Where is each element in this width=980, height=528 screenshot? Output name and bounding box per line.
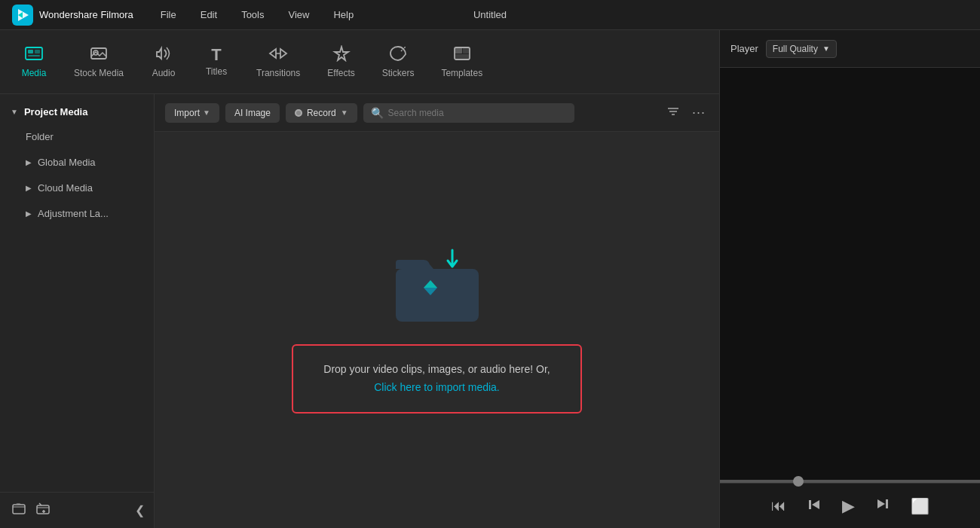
record-dropdown-icon: ▼ xyxy=(341,108,348,117)
import-link[interactable]: Click here to import media. xyxy=(374,381,500,393)
ai-image-label: AI Image xyxy=(234,108,271,118)
media-panel: Import ▼ AI Image Record ▼ 🔍 xyxy=(155,94,719,528)
folder-label: Folder xyxy=(26,131,54,142)
sidebar-folder[interactable]: Folder xyxy=(5,124,149,149)
tab-audio[interactable]: Audio xyxy=(137,39,190,84)
svg-rect-5 xyxy=(35,50,40,53)
stickers-icon xyxy=(389,45,407,65)
svg-marker-26 xyxy=(812,500,819,509)
toolbar-actions: ··· xyxy=(663,102,709,124)
chevron-icon: ▼ xyxy=(11,108,18,116)
svg-rect-4 xyxy=(28,50,33,53)
tab-media-label: Media xyxy=(22,68,47,78)
menu-tools[interactable]: Tools xyxy=(237,6,268,23)
step-back-button[interactable] xyxy=(804,495,824,517)
transitions-icon xyxy=(268,45,288,65)
sidebar-collapse-button[interactable]: ❮ xyxy=(135,503,145,517)
menu-bar: File Edit Tools View Help xyxy=(156,6,968,23)
player-controls: ⏮ ▶ ⬜ xyxy=(720,483,980,528)
svg-rect-16 xyxy=(13,505,25,514)
progress-bar[interactable] xyxy=(720,480,980,483)
quality-dropdown-icon: ▼ xyxy=(822,44,830,53)
svg-rect-27 xyxy=(809,500,811,509)
search-input[interactable] xyxy=(388,108,567,118)
new-folder-button[interactable] xyxy=(33,499,53,522)
svg-rect-29 xyxy=(886,499,888,508)
effects-icon xyxy=(332,45,351,65)
sidebar-cloud-media[interactable]: ▶ Cloud Media xyxy=(5,175,149,200)
drop-text: Drop your video clips, images, or audio … xyxy=(323,363,550,375)
import-label: Import xyxy=(174,108,200,118)
fullscreen-button[interactable]: ⬜ xyxy=(908,494,933,518)
tab-transitions[interactable]: Transitions xyxy=(243,39,314,84)
project-media-label: Project Media xyxy=(24,106,88,118)
sidebar-global-media[interactable]: ▶ Global Media xyxy=(5,150,149,175)
menu-edit[interactable]: Edit xyxy=(196,6,222,23)
media-toolbar: Import ▼ AI Image Record ▼ 🔍 xyxy=(155,94,719,132)
add-folder-button[interactable] xyxy=(9,499,29,522)
menu-file[interactable]: File xyxy=(156,6,181,23)
more-options-button[interactable]: ··· xyxy=(689,102,709,124)
progress-thumb[interactable] xyxy=(793,476,804,487)
step-forward-button[interactable] xyxy=(873,494,893,517)
content-area: ▼ Project Media Folder ▶ Global Media ▶ … xyxy=(0,94,719,528)
tab-stock-media[interactable]: Stock Media xyxy=(60,39,137,84)
sidebar-adjustment-layer[interactable]: ▶ Adjustment La... xyxy=(5,201,149,226)
record-button[interactable]: Record ▼ xyxy=(286,103,357,123)
title-bar: Wondershare Filmora File Edit Tools View… xyxy=(0,0,980,30)
right-panel: Player Full Quality ▼ ⏮ ▶ ⬜ xyxy=(720,30,980,528)
tab-effects-label: Effects xyxy=(327,68,354,78)
svg-rect-6 xyxy=(28,55,40,56)
menu-view[interactable]: View xyxy=(283,6,314,23)
drop-zone[interactable]: Drop your video clips, images, or audio … xyxy=(155,132,719,528)
search-bar[interactable]: 🔍 xyxy=(363,103,574,123)
tab-templates-label: Templates xyxy=(441,68,482,78)
templates-icon xyxy=(453,45,471,65)
stock-media-icon xyxy=(90,45,108,65)
svg-rect-3 xyxy=(26,47,42,60)
svg-rect-13 xyxy=(455,47,462,53)
tab-templates[interactable]: Templates xyxy=(427,39,496,84)
tab-titles-label: Titles xyxy=(206,66,227,77)
window-title: Untitled xyxy=(473,9,507,20)
filter-icon-button[interactable] xyxy=(663,102,683,124)
svg-rect-15 xyxy=(455,54,470,60)
svg-rect-14 xyxy=(463,47,470,53)
svg-marker-10 xyxy=(335,47,348,60)
player-viewport xyxy=(720,68,980,480)
play-button[interactable]: ▶ xyxy=(839,493,858,519)
tab-bar: Media Stock Media xyxy=(0,30,719,94)
tab-titles[interactable]: T Titles xyxy=(190,41,243,83)
search-icon: 🔍 xyxy=(371,107,384,119)
import-button[interactable]: Import ▼ xyxy=(165,103,219,123)
ai-image-button[interactable]: AI Image xyxy=(225,103,280,123)
arrow-icon: ▶ xyxy=(26,209,32,218)
main-layout: Media Stock Media xyxy=(0,30,980,528)
arrow-icon: ▶ xyxy=(26,158,32,166)
skip-back-button[interactable]: ⏮ xyxy=(768,494,789,517)
cloud-media-label: Cloud Media xyxy=(38,182,93,194)
tab-transitions-label: Transitions xyxy=(256,68,300,78)
svg-marker-28 xyxy=(877,499,885,508)
tab-media[interactable]: Media xyxy=(8,39,60,84)
titles-icon: T xyxy=(211,47,221,63)
app-logo xyxy=(12,5,33,26)
tab-stickers-label: Stickers xyxy=(382,68,415,78)
svg-rect-17 xyxy=(37,505,49,514)
record-dot-icon xyxy=(295,109,302,117)
quality-select[interactable]: Full Quality ▼ xyxy=(766,40,837,58)
adjustment-layer-label: Adjustment La... xyxy=(38,208,109,219)
menu-help[interactable]: Help xyxy=(329,6,358,23)
import-dropdown-icon: ▼ xyxy=(203,108,210,117)
tab-audio-label: Audio xyxy=(152,68,176,78)
tab-stickers[interactable]: Stickers xyxy=(369,39,428,84)
quality-label: Full Quality xyxy=(773,44,818,54)
drop-message: Drop your video clips, images, or audio … xyxy=(292,344,581,414)
record-label: Record xyxy=(307,108,336,118)
audio-icon xyxy=(155,45,173,65)
svg-rect-23 xyxy=(396,269,479,322)
sidebar-project-media[interactable]: ▼ Project Media xyxy=(0,100,154,124)
tab-effects[interactable]: Effects xyxy=(314,39,368,84)
global-media-label: Global Media xyxy=(38,157,96,168)
arrow-icon: ▶ xyxy=(26,184,32,192)
